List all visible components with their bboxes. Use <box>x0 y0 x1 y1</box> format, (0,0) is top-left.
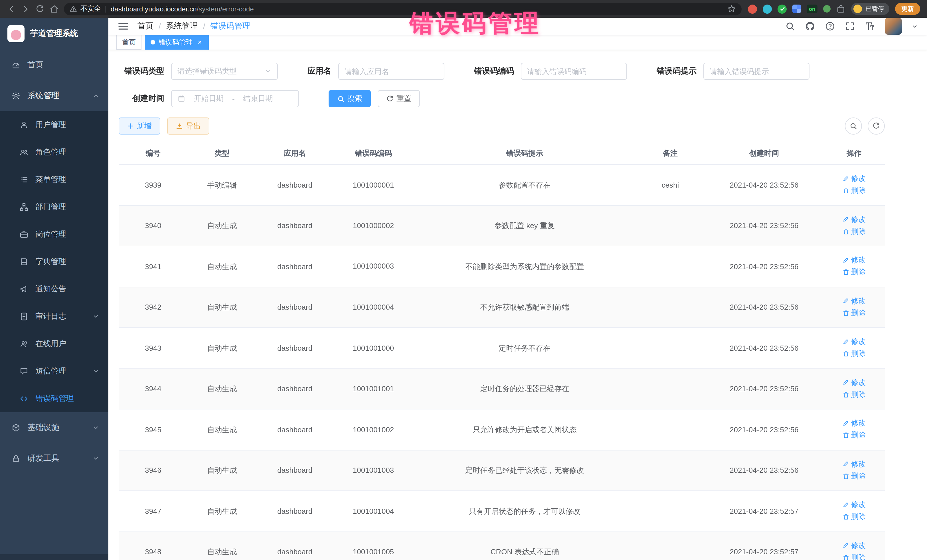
extension-icon-teal[interactable] <box>763 4 772 14</box>
delete-link[interactable]: 删除 <box>843 307 866 319</box>
online-icon <box>20 339 29 348</box>
cell-id: 3944 <box>119 369 188 409</box>
sidebar-item[interactable]: 通知公告 <box>0 275 108 303</box>
delete-link[interactable]: 删除 <box>843 348 866 359</box>
sidebar-item[interactable]: 部门管理 <box>0 193 108 221</box>
cell-msg: 不允许获取敏感配置到前端 <box>413 287 636 328</box>
delete-link[interactable]: 删除 <box>843 185 866 196</box>
delete-link[interactable]: 删除 <box>843 511 866 522</box>
edit-link[interactable]: 修改 <box>843 214 866 225</box>
home-icon[interactable] <box>50 4 59 14</box>
breadcrumb-item[interactable]: 系统管理 <box>166 21 198 31</box>
cell-type: 自动生成 <box>188 287 257 328</box>
chevron-down-icon <box>93 313 99 320</box>
sidebar-item[interactable]: 错误码管理 <box>0 385 108 412</box>
breadcrumb: 首页 / 系统管理 / 错误码管理 <box>137 21 251 31</box>
column-header: 错误码提示 <box>413 143 636 164</box>
bookmark-star-icon[interactable] <box>727 5 736 13</box>
cell-created: 2021-04-20 23:52:56 <box>705 369 824 409</box>
github-icon[interactable] <box>805 21 815 31</box>
cell-id: 3948 <box>119 531 188 560</box>
sidebar-item[interactable]: 审计日志 <box>0 303 108 330</box>
export-button[interactable]: 导出 <box>167 117 209 135</box>
app-name-input[interactable] <box>338 63 444 80</box>
edit-link[interactable]: 修改 <box>843 173 866 184</box>
delete-link[interactable]: 删除 <box>843 470 866 482</box>
breadcrumb-item[interactable]: 首页 <box>137 21 153 31</box>
extension-icon-on[interactable]: on <box>807 5 818 13</box>
close-icon[interactable]: × <box>196 39 203 46</box>
cell-msg: 参数配置 key 重复 <box>413 205 636 246</box>
sidebar-group[interactable]: 基础设施 <box>0 412 108 443</box>
edit-link[interactable]: 修改 <box>843 336 866 347</box>
sidebar-item[interactable]: 在线用户 <box>0 330 108 358</box>
error-type-select[interactable]: 请选择错误码类型 <box>171 63 278 80</box>
extension-icon-leaf[interactable] <box>823 5 831 12</box>
cell-id: 3941 <box>119 246 188 287</box>
edit-link[interactable]: 修改 <box>843 540 866 551</box>
sidebar-item-home[interactable]: 首页 <box>0 50 108 80</box>
cell-remark <box>636 205 705 246</box>
cell-id: 3942 <box>119 287 188 328</box>
sidebar-item[interactable]: 短信管理 <box>0 358 108 385</box>
security-indicator[interactable]: 不安全 <box>70 4 101 14</box>
delete-link[interactable]: 删除 <box>843 267 866 278</box>
reload-icon[interactable] <box>35 4 44 14</box>
error-code-input[interactable] <box>521 63 627 80</box>
help-icon[interactable] <box>825 21 835 31</box>
fullscreen-icon[interactable] <box>845 21 855 31</box>
cell-remark <box>636 450 705 491</box>
add-button[interactable]: 新增 <box>119 117 160 135</box>
tab-home[interactable]: 首页 <box>116 35 141 50</box>
date-range-picker[interactable]: 开始日期 - 结束日期 <box>171 90 299 107</box>
tab-error-code[interactable]: 错误码管理 × <box>145 35 209 50</box>
sidebar-item[interactable]: 岗位管理 <box>0 221 108 248</box>
back-icon[interactable] <box>7 4 16 14</box>
edit-link[interactable]: 修改 <box>843 417 866 428</box>
forward-icon[interactable] <box>21 4 30 14</box>
sidebar-item[interactable]: 菜单管理 <box>0 166 108 193</box>
url-bar[interactable]: 不安全 dashboard.yudao.iocoder.cn/system/er… <box>64 3 742 15</box>
cell-type: 自动生成 <box>188 205 257 246</box>
puzzle-extensions-icon[interactable] <box>836 4 845 14</box>
show-search-button[interactable] <box>845 117 862 135</box>
sidebar-item-label: 短信管理 <box>35 366 66 376</box>
extension-icon-green-check[interactable] <box>778 4 787 14</box>
search-button[interactable]: 搜索 <box>328 90 371 107</box>
sidebar-item[interactable]: 用户管理 <box>0 111 108 138</box>
edit-link[interactable]: 修改 <box>843 499 866 510</box>
delete-link[interactable]: 删除 <box>843 389 866 400</box>
chevron-down-icon <box>265 68 272 75</box>
sidebar-group[interactable]: 研发工具 <box>0 443 108 474</box>
chevron-down-icon[interactable] <box>912 23 918 29</box>
cell-remark: ceshi <box>636 164 705 205</box>
extension-icon-red[interactable] <box>748 4 757 14</box>
delete-link[interactable]: 删除 <box>843 552 866 560</box>
hamburger-icon[interactable] <box>117 21 129 32</box>
extension-icon-grid[interactable] <box>792 5 801 13</box>
app-logo[interactable]: 芋道管理系统 <box>0 18 108 50</box>
avatar[interactable] <box>885 18 902 35</box>
search-icon[interactable] <box>785 21 795 31</box>
error-msg-input[interactable] <box>704 63 810 80</box>
sidebar-group-system[interactable]: 系统管理 <box>0 80 108 111</box>
delete-link[interactable]: 删除 <box>843 226 866 237</box>
edit-link[interactable]: 修改 <box>843 458 866 469</box>
reset-button[interactable]: 重置 <box>378 90 420 107</box>
paused-badge-label: 已暂停 <box>865 5 884 13</box>
notice-icon <box>20 285 29 294</box>
sidebar-item-label: 通知公告 <box>35 284 66 294</box>
font-size-icon[interactable] <box>865 21 875 31</box>
sidebar-item-label: 错误码管理 <box>35 393 74 404</box>
sidebar-item[interactable]: 字典管理 <box>0 248 108 275</box>
sidebar-item-label: 岗位管理 <box>35 229 66 240</box>
cell-remark <box>636 369 705 409</box>
paused-badge[interactable]: 已暂停 <box>851 3 889 15</box>
update-button[interactable]: 更新 <box>895 3 920 15</box>
edit-link[interactable]: 修改 <box>843 377 866 388</box>
sidebar-item[interactable]: 角色管理 <box>0 138 108 166</box>
refresh-button[interactable] <box>868 117 885 135</box>
delete-link[interactable]: 删除 <box>843 430 866 441</box>
edit-link[interactable]: 修改 <box>843 254 866 266</box>
edit-link[interactable]: 修改 <box>843 295 866 306</box>
